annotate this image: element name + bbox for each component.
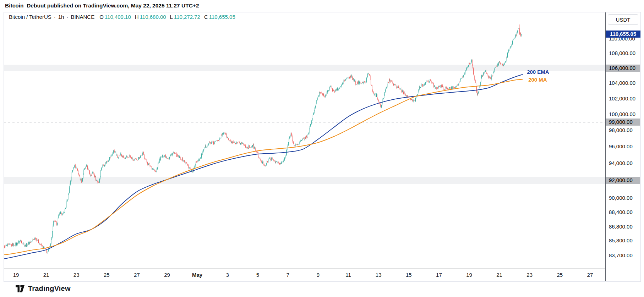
tradingview-brand-text: TradingView [28,285,71,293]
time-axis-label: 21 [38,272,54,278]
time-axis-label: 17 [431,272,447,278]
price-axis-label: 99,000.00 [606,119,640,126]
chart-area[interactable] [4,12,605,269]
high-value: 110,680.00 [140,14,166,20]
low-key: L [170,14,173,20]
time-axis-label: 11 [340,272,356,278]
price-axis-label: 92,000.00 [606,177,640,184]
time-axis-label: 25 [99,272,114,278]
legend-separator: · [66,14,68,20]
tradingview-logo-icon [16,285,25,292]
price-axis-label: 94,000.00 [606,160,640,167]
attribution-header: Bitcoin_Debuut published on TradingView.… [5,2,199,9]
currency-toggle-button[interactable]: USDT [608,14,638,25]
time-axis-label: 29 [159,272,175,278]
price-axis-label: 90,000.00 [606,194,640,202]
time-axis-label: 27 [129,272,144,278]
symbol-legend: Bitcoin / TetherUS · 1h · BINANCE O 110,… [9,14,238,20]
time-axis-label: 7 [280,272,296,278]
price-axis[interactable]: 110,000.00108,000.00106,000.00104,000.00… [606,0,640,281]
time-axis-label: 3 [220,272,235,278]
legend-separator: · [54,14,56,20]
time-axis-label: 15 [401,272,416,278]
price-axis-label: 86,800.00 [606,223,640,230]
time-axis-label: 13 [371,272,386,278]
price-axis-label: 102,000.00 [606,95,640,102]
interval-label: 1h [58,14,64,20]
time-axis-label: 23 [522,272,537,278]
time-axis-label: May [190,272,205,278]
low-value: 110,272.72 [174,14,200,20]
price-axis-label: 83,700.00 [606,252,640,259]
last-price-label: 110,655.05 [606,31,640,38]
time-axis[interactable]: 192123252729May3579111315171921232527 [4,269,605,281]
time-axis-label: 23 [69,272,84,278]
price-axis-label: 106,000.00 [606,65,640,72]
ema-indicator-label: 200 EMA [527,69,549,75]
ohlc-values: O 110,409.10 H 110,680.00 L 110,272.72 C… [99,14,238,20]
price-axis-label: 85,300.00 [606,237,640,244]
price-axis-label: 108,000.00 [606,50,640,57]
time-axis-label: 19 [462,272,477,278]
price-axis-label: 88,400.00 [606,209,640,216]
close-key: C [204,14,208,20]
open-value: 110,409.10 [105,14,131,20]
time-axis-label: 5 [250,272,266,278]
close-value: 110,655.05 [209,14,235,20]
symbol-name: Bitcoin / TetherUS [9,14,51,20]
time-axis-label: 25 [552,272,568,278]
open-key: O [99,14,104,20]
time-axis-label: 27 [582,272,598,278]
ma-indicator-label: 200 MA [528,77,547,83]
exchange-label: BINANCE [71,14,94,20]
high-key: H [135,14,139,20]
price-axis-label: 96,000.00 [606,143,640,150]
price-axis-label: 100,000.00 [606,111,640,118]
time-axis-label: 21 [492,272,507,278]
price-axis-label: 104,000.00 [606,79,640,87]
time-axis-label: 9 [310,272,326,278]
tradingview-attribution[interactable]: TradingView [16,285,71,293]
price-axis-label: 98,000.00 [606,127,640,134]
time-axis-label: 19 [8,272,24,278]
